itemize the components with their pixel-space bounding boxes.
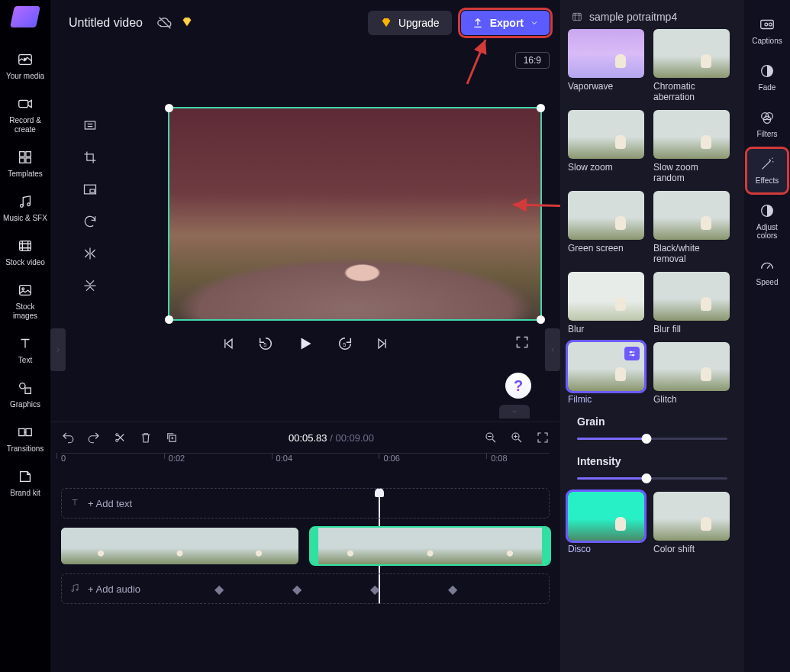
- effect-label: Vaporwave: [568, 81, 644, 92]
- crop-icon[interactable]: [81, 148, 99, 166]
- prop-label: Captions: [752, 37, 782, 45]
- effect-blur[interactable]: Blur: [568, 272, 644, 334]
- resize-handle-tl[interactable]: [165, 104, 173, 112]
- zoom-fit-icon[interactable]: [536, 431, 550, 444]
- effect-bw-removal[interactable]: Black/white removal: [653, 191, 730, 264]
- effects-panel: sample potraitmp4 VaporwaveChromatic abe…: [560, 0, 744, 672]
- effect-chromatic[interactable]: Chromatic aberration: [653, 29, 730, 102]
- audio-keyframe-dots: ◆◆◆◆: [214, 574, 549, 603]
- prop-speed[interactable]: Speed: [747, 250, 787, 294]
- nav-brand-kit[interactable]: Brand kit: [2, 461, 48, 506]
- zoom-out-icon[interactable]: [484, 431, 498, 444]
- effect-colorshift[interactable]: Color shift: [653, 492, 730, 554]
- effect-label: Glitch: [653, 394, 730, 405]
- video-clip-1[interactable]: [61, 528, 298, 564]
- prop-filters[interactable]: Filters: [747, 102, 787, 146]
- nav-text[interactable]: Text: [2, 328, 48, 373]
- prop-effects[interactable]: Effects: [747, 149, 787, 192]
- flip-h-icon[interactable]: [81, 244, 99, 263]
- nav-label: Record & create: [2, 116, 48, 134]
- diamond-premium-icon: [181, 16, 195, 30]
- effect-label: Chromatic aberration: [653, 81, 730, 102]
- undo-icon[interactable]: [61, 431, 75, 444]
- play-button[interactable]: [295, 334, 315, 357]
- nav-stock-video[interactable]: Stock video: [2, 231, 48, 275]
- fullscreen-icon[interactable]: [514, 334, 530, 353]
- svg-point-10: [22, 288, 24, 290]
- delete-icon[interactable]: [139, 431, 153, 444]
- effect-settings-icon[interactable]: [624, 347, 640, 360]
- zoom-in-icon[interactable]: [510, 431, 524, 444]
- svg-point-7: [27, 203, 31, 206]
- pip-icon[interactable]: [81, 180, 99, 199]
- fit-icon[interactable]: [81, 116, 99, 134]
- templates-icon: [16, 148, 34, 166]
- intensity-label: Intensity: [577, 455, 727, 467]
- rewind-5-icon[interactable]: 5: [257, 335, 274, 355]
- panel-clip-header: sample potraitmp4: [560, 0, 744, 29]
- nav-your-media[interactable]: Your media: [2, 44, 48, 89]
- nav-label: Stock video: [5, 258, 45, 267]
- upgrade-button[interactable]: Upgrade: [368, 11, 452, 35]
- text-track[interactable]: + Add text: [61, 488, 550, 519]
- magic-wand-icon: [758, 155, 776, 173]
- intensity-slider[interactable]: [577, 472, 727, 484]
- prop-label: Speed: [756, 278, 779, 286]
- resize-handle-br[interactable]: [537, 315, 545, 324]
- export-button[interactable]: Export: [461, 11, 550, 35]
- resize-handle-bl[interactable]: [165, 315, 173, 324]
- transitions-icon: [16, 423, 34, 441]
- nav-stock-images[interactable]: Stock images: [2, 275, 48, 328]
- effect-vaporwave[interactable]: Vaporwave: [568, 29, 644, 102]
- effect-thumb: [568, 191, 644, 240]
- prop-captions[interactable]: Captions: [747, 9, 787, 53]
- audio-track-icon: [69, 583, 80, 596]
- cloud-off-icon[interactable]: [156, 15, 173, 31]
- nav-templates[interactable]: Templates: [2, 142, 48, 186]
- effect-blurfill[interactable]: Blur fill: [653, 272, 730, 334]
- nav-label: Text: [18, 356, 32, 365]
- playback-controls: 5 5: [50, 330, 560, 360]
- redo-icon[interactable]: [87, 431, 101, 444]
- forward-5-icon[interactable]: 5: [337, 335, 353, 355]
- help-button[interactable]: ?: [505, 373, 531, 399]
- captions-icon: [758, 15, 776, 34]
- nav-transitions[interactable]: Transitions: [2, 417, 48, 461]
- effect-glitch[interactable]: Glitch: [653, 342, 730, 405]
- flip-v-icon[interactable]: [81, 276, 99, 295]
- top-bar: Untitled video Upgrade Export: [50, 0, 560, 46]
- canvas-selection[interactable]: [168, 107, 542, 321]
- timeline-timecode: 00:05.83 / 00:09.00: [191, 432, 472, 444]
- effect-thumb: [568, 29, 644, 78]
- effect-greenscreen[interactable]: Green screen: [568, 191, 644, 264]
- resize-handle-tr[interactable]: [537, 104, 545, 112]
- audio-track[interactable]: + Add audio ◆◆◆◆: [61, 573, 550, 604]
- prop-fade[interactable]: Fade: [747, 56, 787, 99]
- skip-start-icon[interactable]: [221, 336, 236, 354]
- nav-music-sfx[interactable]: Music & SFX: [2, 186, 48, 231]
- video-track[interactable]: [61, 528, 550, 564]
- timeline-tracks: + Add text + Add audio ◆◆◆◆: [61, 488, 550, 604]
- prop-adjust-colors[interactable]: Adjust colors: [747, 195, 787, 247]
- timeline-ruler[interactable]: 00:020:040:060:08: [61, 453, 550, 473]
- video-clip-2-selected[interactable]: [311, 528, 550, 564]
- project-title[interactable]: Untitled video: [69, 16, 143, 30]
- nav-graphics[interactable]: Graphics: [2, 373, 48, 417]
- aspect-ratio-button[interactable]: 16:9: [515, 52, 550, 69]
- svg-point-25: [72, 590, 73, 591]
- svg-point-28: [630, 351, 632, 353]
- nav-record-create[interactable]: Record & create: [2, 89, 48, 142]
- grain-slider[interactable]: [577, 432, 727, 444]
- duplicate-icon[interactable]: [165, 431, 179, 444]
- ruler-tick: 0:02: [169, 454, 185, 463]
- timeline-collapse-toggle[interactable]: [499, 405, 530, 418]
- effect-slowzoom[interactable]: Slow zoom: [568, 110, 644, 183]
- effect-label: Color shift: [653, 544, 730, 554]
- skip-end-icon[interactable]: [375, 336, 390, 354]
- effect-slowzoom-r[interactable]: Slow zoom random: [653, 110, 730, 183]
- effect-filmic[interactable]: Filmic: [568, 342, 644, 405]
- effect-label: Slow zoom: [568, 162, 644, 173]
- split-icon[interactable]: [113, 431, 127, 444]
- rotate-icon[interactable]: [81, 212, 99, 231]
- effect-disco[interactable]: Disco: [568, 492, 644, 554]
